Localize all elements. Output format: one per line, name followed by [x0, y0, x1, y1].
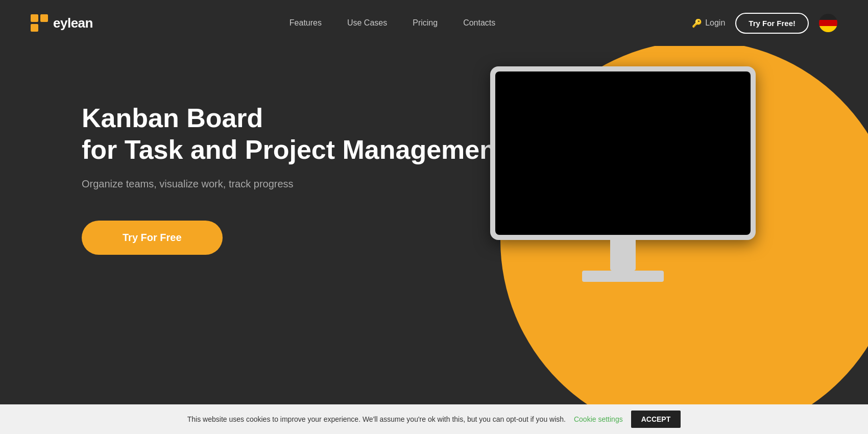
cookie-settings-button[interactable]: Cookie settings — [574, 415, 623, 423]
hero-subtitle: Organize teams, visualize work, track pr… — [82, 178, 504, 190]
monitor-illustration — [490, 66, 756, 282]
hero-content: Kanban Board for Task and Project Manage… — [82, 102, 504, 255]
flag-gold-stripe — [819, 26, 837, 32]
hero-title: Kanban Board for Task and Project Manage… — [82, 102, 504, 166]
nav-use-cases[interactable]: Use Cases — [347, 18, 387, 28]
try-free-nav-button[interactable]: Try For Free! — [735, 13, 809, 34]
monitor-frame — [490, 66, 756, 240]
nav-pricing[interactable]: Pricing — [413, 18, 438, 28]
cookie-message: This website uses cookies to improve you… — [187, 415, 566, 423]
hero-section: Kanban Board for Task and Project Manage… — [0, 0, 868, 434]
logo-text: eylean — [53, 15, 93, 31]
monitor-base — [582, 271, 664, 282]
logo[interactable]: eylean — [31, 14, 93, 32]
nav-right: 🔑 Login Try For Free! — [692, 13, 837, 34]
key-icon: 🔑 — [692, 18, 702, 28]
nav-links: Features Use Cases Pricing Contacts — [290, 18, 495, 28]
flag-black-stripe — [819, 14, 837, 20]
cookie-accept-button[interactable]: ACCEPT — [631, 411, 681, 428]
login-link[interactable]: 🔑 Login — [692, 18, 725, 28]
logo-icon — [31, 14, 48, 32]
flag-red-stripe — [819, 20, 837, 26]
navbar: eylean Features Use Cases Pricing Contac… — [0, 0, 868, 46]
language-flag[interactable] — [819, 14, 837, 32]
nav-contacts[interactable]: Contacts — [463, 18, 495, 28]
try-free-hero-button[interactable]: Try For Free — [82, 221, 223, 255]
cookie-banner: This website uses cookies to improve you… — [0, 404, 868, 434]
monitor-neck — [610, 240, 636, 271]
nav-features[interactable]: Features — [290, 18, 322, 28]
monitor-screen — [495, 71, 751, 235]
login-label: Login — [705, 18, 725, 28]
